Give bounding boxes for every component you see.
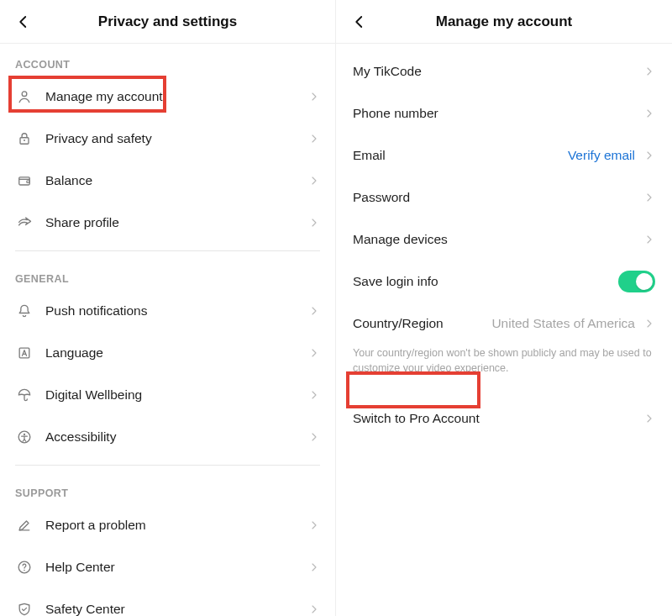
back-button-left[interactable] <box>12 10 35 34</box>
header-right: Manage my account <box>336 0 672 44</box>
row-label: Phone number <box>353 106 643 121</box>
row-label: Language <box>45 345 308 361</box>
row-label: Manage devices <box>353 232 643 247</box>
row-label: Balance <box>45 173 308 188</box>
row-save-login-info[interactable]: Save login info <box>336 261 672 303</box>
shield-icon <box>15 600 34 616</box>
chevron-right-icon <box>643 192 655 203</box>
row-label: Manage my account <box>45 89 308 104</box>
row-accessibility[interactable]: Accessibility <box>0 416 335 458</box>
row-label: Share profile <box>45 215 308 230</box>
row-label: Privacy and safety <box>45 131 308 146</box>
toggle-save-login[interactable] <box>618 271 655 292</box>
country-note: Your country/region won't be shown publi… <box>336 345 672 386</box>
page-title-left: Privacy and settings <box>98 13 237 30</box>
row-label: Switch to Pro Account <box>353 411 643 426</box>
row-switch-pro-account[interactable]: Switch to Pro Account <box>336 398 672 440</box>
row-label: Country/Region <box>353 316 491 331</box>
row-label: My TikCode <box>353 64 643 79</box>
svg-rect-5 <box>19 348 29 358</box>
umbrella-icon <box>15 386 34 404</box>
person-icon <box>15 87 34 106</box>
row-language[interactable]: Language <box>0 332 335 374</box>
svg-point-9 <box>24 570 25 571</box>
chevron-right-icon <box>308 134 320 144</box>
chevron-right-icon <box>643 234 655 245</box>
row-manage-my-account[interactable]: Manage my account <box>0 76 335 118</box>
chevron-right-icon <box>308 218 320 228</box>
section-heading-general: GENERAL <box>0 258 335 290</box>
chevron-right-icon <box>308 306 320 316</box>
svg-point-7 <box>24 434 25 435</box>
accessibility-icon <box>15 428 34 446</box>
chevron-left-icon <box>16 14 31 29</box>
row-digital-wellbeing[interactable]: Digital Wellbeing <box>0 374 335 416</box>
share-icon <box>15 213 34 232</box>
row-balance[interactable]: Balance <box>0 160 335 202</box>
toggle-knob <box>636 273 653 290</box>
row-label: Safety Center <box>45 602 308 616</box>
chevron-right-icon <box>308 92 320 102</box>
row-label: Password <box>353 190 643 205</box>
svg-rect-4 <box>27 181 29 183</box>
row-share-profile[interactable]: Share profile <box>0 202 335 244</box>
section-heading-support: SUPPORT <box>0 472 335 504</box>
row-push-notifications[interactable]: Push notifications <box>0 290 335 332</box>
row-privacy-and-safety[interactable]: Privacy and safety <box>0 118 335 160</box>
row-email[interactable]: Email Verify email <box>336 134 672 176</box>
chevron-right-icon <box>643 413 655 424</box>
row-label: Report a problem <box>45 518 308 533</box>
chevron-right-icon <box>308 390 320 400</box>
row-label: Help Center <box>45 560 308 575</box>
chevron-right-icon <box>308 348 320 358</box>
row-report-problem[interactable]: Report a problem <box>0 504 335 546</box>
row-label: Save login info <box>353 274 618 289</box>
question-icon <box>15 558 34 577</box>
svg-point-2 <box>24 140 25 141</box>
row-label: Push notifications <box>45 303 308 319</box>
chevron-right-icon <box>643 319 655 329</box>
row-my-tikcode[interactable]: My TikCode <box>336 50 672 92</box>
row-country-region[interactable]: Country/Region United States of America <box>336 303 672 345</box>
chevron-right-icon <box>643 66 655 76</box>
manage-account-pane: Manage my account My TikCode Phone numbe… <box>336 0 672 616</box>
divider <box>15 465 320 466</box>
svg-point-0 <box>22 92 27 97</box>
page-title-right: Manage my account <box>436 13 573 30</box>
pencil-icon <box>15 516 34 534</box>
language-icon <box>15 344 34 362</box>
row-safety-center[interactable]: Safety Center <box>0 588 335 616</box>
chevron-right-icon <box>308 604 320 614</box>
section-heading-account: ACCOUNT <box>0 44 335 76</box>
chevron-right-icon <box>308 562 320 572</box>
chevron-right-icon <box>308 432 320 442</box>
row-manage-devices[interactable]: Manage devices <box>336 218 672 261</box>
settings-pane: Privacy and settings ACCOUNT Manage my a… <box>0 0 336 616</box>
row-value: United States of America <box>491 316 635 331</box>
chevron-right-icon <box>643 150 655 161</box>
back-button-right[interactable] <box>348 10 371 34</box>
divider <box>15 250 320 251</box>
chevron-right-icon <box>308 176 320 186</box>
row-help-center[interactable]: Help Center <box>0 546 335 588</box>
row-label: Accessibility <box>45 429 308 445</box>
chevron-left-icon <box>352 14 367 29</box>
row-value: Verify email <box>568 148 635 163</box>
bell-icon <box>15 302 34 320</box>
lock-icon <box>15 129 34 148</box>
chevron-right-icon <box>308 520 320 530</box>
header-left: Privacy and settings <box>0 0 335 44</box>
row-label: Digital Wellbeing <box>45 387 308 403</box>
wallet-icon <box>15 171 34 190</box>
row-phone-number[interactable]: Phone number <box>336 92 672 134</box>
row-password[interactable]: Password <box>336 176 672 218</box>
row-label: Email <box>353 148 568 163</box>
chevron-right-icon <box>643 108 655 118</box>
